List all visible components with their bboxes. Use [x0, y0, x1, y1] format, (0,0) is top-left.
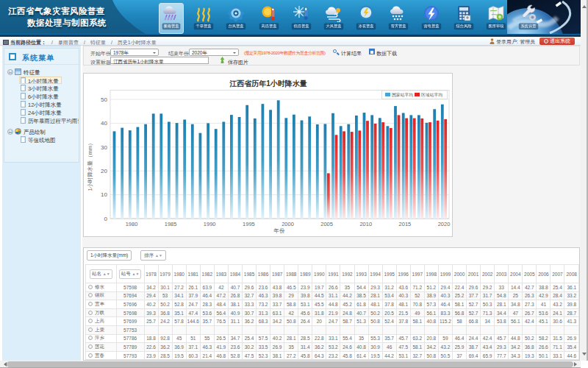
- svg-text:1985: 1985: [165, 221, 177, 227]
- svg-text:50: 50: [101, 96, 107, 103]
- svg-text:江西省历年1小时降水量: 江西省历年1小时降水量: [229, 79, 307, 88]
- svg-text:1995: 1995: [243, 221, 255, 227]
- svg-text:2020: 2020: [438, 221, 451, 227]
- svg-text:10: 10: [101, 191, 107, 198]
- svg-text:2010: 2010: [359, 221, 372, 227]
- svg-text:1小时降水量（mm）: 1小时降水量（mm）: [87, 140, 93, 191]
- svg-text:2000: 2000: [282, 221, 294, 227]
- svg-text:1990: 1990: [204, 221, 216, 227]
- svg-text:国家站平均: 国家站平均: [392, 92, 413, 98]
- svg-text:年份: 年份: [273, 227, 286, 234]
- svg-text:2005: 2005: [320, 221, 333, 227]
- svg-text:30: 30: [101, 144, 107, 151]
- svg-text:1980: 1980: [126, 221, 138, 227]
- svg-text:区域站平均: 区域站平均: [421, 92, 442, 98]
- svg-text:2015: 2015: [399, 221, 412, 227]
- svg-text:40: 40: [101, 120, 107, 127]
- svg-text:20: 20: [101, 168, 107, 174]
- svg-text:0: 0: [104, 216, 108, 222]
